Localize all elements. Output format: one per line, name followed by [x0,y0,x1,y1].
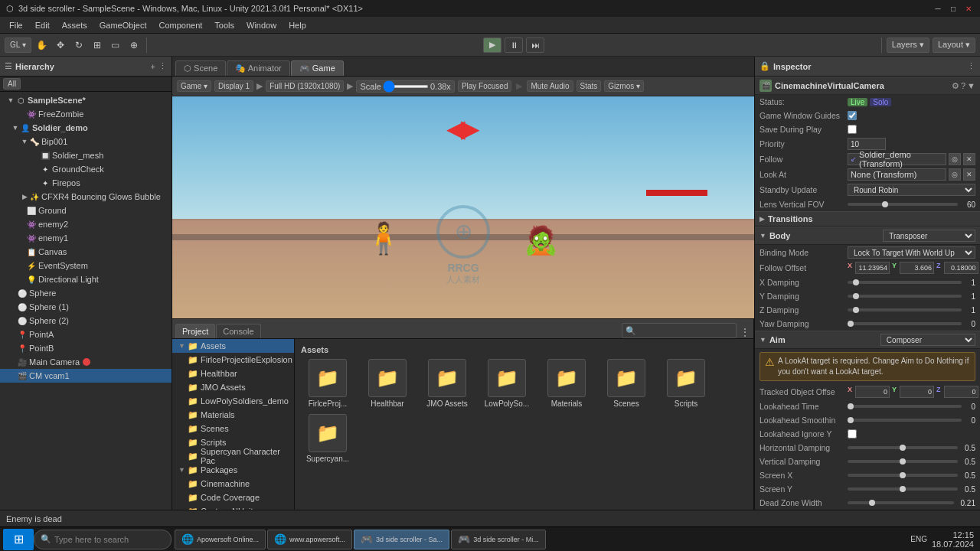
binding-dropdown[interactable]: Lock To Target With World Up [848,246,975,259]
tab-scene[interactable]: ⬡ Scene [175,60,226,76]
resolution-dropdown[interactable]: Full HD (1920x1080) [266,80,344,92]
vdamping-slider[interactable] [848,460,958,463]
menu-help[interactable]: Help [283,19,312,31]
asset-lowpoly[interactable]: 📁 LowPolySo... [480,359,534,408]
tree-item-enemy2[interactable]: 👾 enemy2 [0,217,172,231]
tracked-z-input[interactable] [944,386,978,398]
tree-item-soldier-mesh[interactable]: 🔲 Soldier_mesh [0,148,172,162]
gizmos-btn[interactable]: Gizmos ▾ [604,80,644,92]
hand-tool[interactable]: ✋ [34,37,50,53]
folder-cinemachine[interactable]: 📁 Cinemachine [172,477,294,491]
project-search[interactable]: 🔍 [622,323,737,338]
rotate-tool[interactable]: ↻ [71,37,87,53]
screeny-slider[interactable] [848,487,958,491]
offset-y-input[interactable] [900,262,934,274]
tab-game[interactable]: 🎮 Game [291,60,344,76]
tree-item-sphere2[interactable]: ⚪ Sphere (2) [0,314,172,328]
maximize-btn[interactable]: □ [948,3,959,14]
mute-audio-btn[interactable]: Mute Audio [527,80,573,92]
comp-toggle-icon[interactable]: ▼ [967,81,975,91]
tree-item-bip001[interactable]: ▼ 🦴 Bip001 [0,135,172,148]
tree-item-cfxr4[interactable]: ▶ ✨ CFXR4 Bouncing Glows Bubble [0,190,172,204]
tree-item-maincamera[interactable]: 🎥 Main Camera [0,355,172,369]
gl-dropdown[interactable]: GL ▾ [5,37,31,53]
inspector-lock-icon[interactable]: 🔒 [760,61,770,71]
tab-animator[interactable]: 🎭 Animator [227,60,289,76]
tracked-x-input[interactable] [855,386,890,398]
taskbar-item-0[interactable]: 🌐 Apowersoft Online... [175,530,266,549]
project-options-btn[interactable]: ⋮ [740,326,750,338]
transitions-header[interactable]: ▶ Transitions [755,211,980,227]
asset-scenes[interactable]: 📁 Scenes [599,359,653,408]
folder-jmo[interactable]: 📁 JMO Assets [172,380,294,394]
asset-jmo[interactable]: 📁 JMO Assets [420,359,474,408]
xdamping-slider[interactable] [848,281,962,284]
tree-item-firepos[interactable]: ✦ Firepos [0,176,172,190]
taskbar-item-2[interactable]: 🎮 3d side scroller - Sa... [354,530,449,549]
tracked-y-input[interactable] [900,386,934,398]
taskbar-item-1[interactable]: 🌐 www.apowersoft... [267,530,352,549]
solo-badge[interactable]: Solo [870,98,891,106]
tab-project[interactable]: Project [175,324,215,338]
tree-item-eventsystem[interactable]: ⚡ EventSystem [0,259,172,272]
menu-component[interactable]: Component [152,19,208,31]
folder-assets[interactable]: ▼ 📁 Assets [172,339,294,353]
comp-help-icon[interactable]: ? [961,81,965,91]
follow-select-btn[interactable]: ◎ [949,153,961,165]
hdamping-slider[interactable] [848,446,958,449]
layout-dropdown[interactable]: Layout ▾ [933,37,975,53]
tree-item-canvas[interactable]: 📋 Canvas [0,245,172,259]
lookaheadtime-slider[interactable] [848,405,962,408]
asset-scripts[interactable]: 📁 Scripts [659,359,713,408]
inspector-options-btn[interactable]: ⋮ [967,61,975,71]
tree-item-sphere1[interactable]: ⚪ Sphere (1) [0,300,172,314]
scale-control[interactable]: Scale 0.38x [356,80,454,93]
comp-settings-icon[interactable]: ⚙ [952,81,959,91]
lookaheadignore-checkbox[interactable] [848,429,857,439]
tree-item-samplescene[interactable]: ▼ ⬡ SampleScene* [0,93,172,107]
taskbar-item-3[interactable]: 🎮 3d side scroller - Mi... [451,530,546,549]
taskbar-lang[interactable]: ENG [910,535,927,543]
follow-obj-ref[interactable]: ↙ Soldier_demo (Transform) [848,153,946,165]
menu-gameobject[interactable]: GameObject [93,19,153,31]
display-dropdown[interactable]: Display 1 [214,80,253,92]
body-header[interactable]: ▼ Body Transposer [755,227,980,245]
lookaheadsmooth-slider[interactable] [848,419,962,422]
menu-file[interactable]: File [3,19,29,31]
pause-button[interactable]: ⏸ [505,37,523,53]
asset-materials[interactable]: 📁 Materials [540,359,593,408]
tree-item-sphere[interactable]: ⚪ Sphere [0,286,172,300]
lookat-clear-btn[interactable]: ✕ [963,168,975,181]
asset-supercyan[interactable]: 📁 Supercyan... [301,414,354,463]
asset-firlce[interactable]: 📁 FirlceProj... [301,359,354,408]
tree-item-cmvcam1[interactable]: 🎬 CM vcam1 [0,369,172,383]
yawdamping-slider[interactable] [848,322,962,325]
folder-lowpoly[interactable]: 📁 LowPolySoldiers_demo [172,394,294,408]
zdamping-slider[interactable] [848,308,962,311]
aim-type-dropdown[interactable]: Composer [880,334,975,346]
asset-healthbar[interactable]: 📁 Healthbar [361,359,414,408]
folder-supercyan[interactable]: 📁 Supercyan Character Pac [172,449,294,463]
dzwidth-slider[interactable] [848,501,954,504]
move-tool[interactable]: ✥ [53,37,68,53]
tree-item-soldier[interactable]: ▼ 👤 Soldier_demo [0,121,172,135]
lookat-obj-ref[interactable]: None (Transform) [848,168,946,181]
stats-btn[interactable]: Stats [577,80,602,92]
menu-assets[interactable]: Assets [56,19,93,31]
project-search-input[interactable] [636,327,733,335]
tree-item-ground[interactable]: ⬜ Ground [0,204,172,217]
saveduring-checkbox[interactable] [848,125,857,134]
screenx-slider[interactable] [848,474,958,477]
folder-codecoverage[interactable]: 📁 Code Coverage [172,491,294,504]
rect-tool[interactable]: ▭ [108,37,123,53]
close-btn[interactable]: ✕ [963,3,974,14]
priority-input[interactable] [848,138,886,150]
taskbar-search[interactable]: 🔍 Type here to search [34,530,172,549]
offset-x-input[interactable] [855,262,890,274]
folder-customnunit[interactable]: 📁 Custom NUnit [172,504,294,510]
tree-item-dirlight[interactable]: 💡 Directional Light [0,272,172,286]
step-button[interactable]: ⏭ [526,37,544,53]
folder-firiceproj[interactable]: 📁 FirlceProjectileExplosion [172,353,294,367]
offset-z-input[interactable] [944,262,978,274]
lookat-select-btn[interactable]: ◎ [949,168,961,181]
